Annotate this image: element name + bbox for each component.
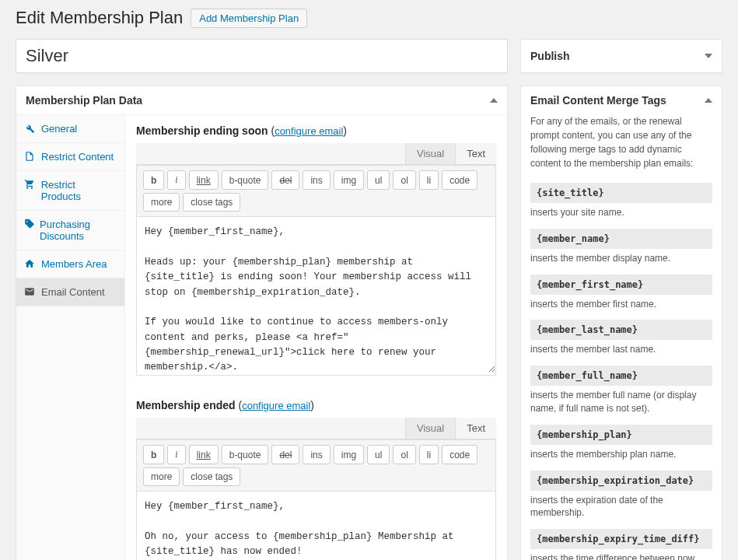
document-icon [24, 151, 37, 162]
qt-ol[interactable]: ol [393, 170, 415, 190]
editor-tab-text[interactable]: Text [455, 418, 496, 439]
quicktags-toolbar: b i link b-quote del ins img ul ol li [137, 166, 495, 217]
configure-email-link[interactable]: configure email [275, 125, 343, 137]
qt-del[interactable]: del [271, 170, 299, 190]
merge-tag-item: {member_last_name}inserts the member las… [530, 320, 712, 356]
plan-tabs: General Restrict Content Restrict Produc… [16, 115, 125, 560]
qt-ins[interactable]: ins [303, 170, 330, 190]
editor-tab-visual[interactable]: Visual [405, 143, 455, 164]
merge-tag-code: {member_first_name} [530, 275, 712, 295]
tab-restrict-content[interactable]: Restrict Content [16, 143, 124, 171]
merge-tag-code: {membership_expiry_time_diff} [530, 529, 712, 549]
qt-link[interactable]: link [189, 445, 219, 464]
tab-content: Membership ending soon (configure email)… [125, 115, 507, 560]
merge-tag-desc: inserts the time difference between now … [530, 549, 712, 560]
envelope-icon [24, 286, 37, 297]
add-membership-plan-button[interactable]: Add Membership Plan [191, 9, 307, 28]
editor-wrapper: Visual Text b i link b-quote del [136, 418, 496, 560]
panel-collapse-toggle[interactable] [490, 98, 498, 103]
publish-box: Publish [520, 39, 722, 73]
tab-purchasing-discounts[interactable]: Purchasing Discounts [16, 211, 124, 250]
qt-more[interactable]: more [143, 467, 180, 486]
merge-tags-panel: Email Content Merge Tags For any of the … [520, 86, 722, 560]
qt-bquote[interactable]: b-quote [222, 445, 269, 464]
merge-tag-item: {site_title}inserts your site name. [530, 183, 712, 219]
qt-more[interactable]: more [143, 193, 180, 212]
qt-italic[interactable]: i [167, 445, 185, 464]
qt-bold[interactable]: b [143, 445, 164, 464]
merge-tag-desc: inserts the expiration date of the membe… [530, 491, 712, 520]
plan-data-panel: Membership Plan Data General Restrict Co… [16, 86, 508, 560]
tag-icon [24, 219, 35, 229]
tab-label: Email Content [41, 286, 105, 298]
merge-tag-code: {member_name} [530, 229, 712, 249]
cart-icon [24, 179, 37, 190]
editor-wrapper: Visual Text b i link b-quote del [136, 143, 496, 376]
merge-tag-item: {member_first_name}inserts the member fi… [530, 275, 712, 311]
email-body-textarea[interactable] [137, 492, 495, 560]
qt-li[interactable]: li [419, 170, 439, 190]
email-body-textarea[interactable] [137, 217, 495, 373]
merge-tag-desc: inserts the member full name (or display… [530, 386, 712, 415]
qt-italic[interactable]: i [167, 170, 185, 190]
merge-tag-item: {member_full_name}inserts the member ful… [530, 366, 712, 415]
qt-code[interactable]: code [442, 170, 477, 190]
tab-label: General [41, 123, 77, 135]
qt-ol[interactable]: ol [393, 445, 415, 464]
section-title: Membership ended [136, 399, 236, 411]
qt-bquote[interactable]: b-quote [222, 170, 269, 190]
merge-tag-desc: inserts the membership plan name. [530, 445, 712, 461]
qt-ul[interactable]: ul [367, 445, 390, 464]
merge-tag-item: {membership_expiry_time_diff}inserts the… [530, 529, 712, 560]
section-ended: Membership ended (configure email) Visua… [136, 399, 496, 560]
merge-tag-desc: inserts your site name. [530, 203, 712, 219]
merge-tag-desc: inserts the member first name. [530, 295, 712, 311]
qt-bold[interactable]: b [143, 170, 164, 190]
qt-closetags[interactable]: close tags [183, 193, 240, 212]
qt-img[interactable]: img [334, 170, 364, 190]
qt-ul[interactable]: ul [367, 170, 390, 190]
merge-panel-title: Email Content Merge Tags [530, 94, 666, 107]
tab-label: Restrict Content [41, 151, 114, 163]
plan-title-input[interactable] [16, 39, 508, 73]
qt-link[interactable]: link [189, 170, 219, 190]
merge-tag-desc: inserts the member display name. [530, 249, 712, 265]
merge-tag-code: {site_title} [530, 183, 712, 203]
configure-email-link[interactable]: configure email [242, 400, 310, 411]
house-icon [24, 258, 37, 269]
section-ending-soon: Membership ending soon (configure email)… [136, 124, 496, 376]
tab-label: Restrict Products [41, 179, 117, 202]
merge-tag-code: {member_last_name} [530, 320, 712, 340]
page-title: Edit Membership Plan [16, 8, 183, 28]
editor-tab-text[interactable]: Text [455, 143, 496, 164]
merge-tag-code: {member_full_name} [530, 366, 712, 386]
tab-label: Members Area [41, 258, 107, 270]
qt-ins[interactable]: ins [303, 445, 330, 464]
merge-panel-desc: For any of the emails, or the renewal pr… [530, 114, 712, 170]
merge-tag-desc: inserts the member last name. [530, 340, 712, 356]
qt-img[interactable]: img [334, 445, 364, 464]
publish-label: Publish [530, 50, 570, 62]
merge-panel-toggle[interactable] [705, 98, 712, 103]
tab-general[interactable]: General [16, 115, 124, 143]
merge-tag-item: {membership_plan}inserts the membership … [530, 425, 712, 461]
qt-del[interactable]: del [271, 445, 299, 464]
tab-label: Purchasing Discounts [40, 219, 117, 242]
publish-toggle[interactable] [705, 54, 712, 58]
merge-tag-item: {member_name}inserts the member display … [530, 229, 712, 265]
wrench-icon [24, 123, 37, 134]
panel-title: Membership Plan Data [26, 94, 142, 107]
merge-tag-item: {membership_expiration_date}inserts the … [530, 471, 712, 520]
editor-tab-visual[interactable]: Visual [405, 418, 455, 439]
qt-li[interactable]: li [419, 445, 439, 464]
tab-restrict-products[interactable]: Restrict Products [16, 171, 124, 211]
tab-members-area[interactable]: Members Area [16, 250, 124, 278]
tab-email-content[interactable]: Email Content [16, 278, 124, 306]
qt-code[interactable]: code [442, 445, 477, 464]
quicktags-toolbar: b i link b-quote del ins img ul ol li [137, 440, 495, 492]
qt-closetags[interactable]: close tags [183, 467, 240, 486]
section-title: Membership ending soon [136, 124, 268, 137]
merge-tag-code: {membership_plan} [530, 425, 712, 445]
merge-tag-code: {membership_expiration_date} [530, 471, 712, 491]
